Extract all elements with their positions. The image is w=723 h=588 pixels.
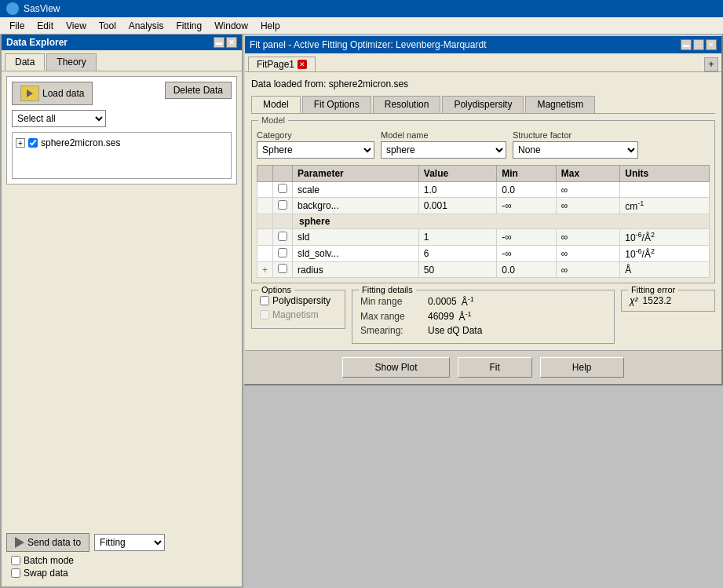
help-button[interactable]: Help bbox=[540, 357, 624, 378]
param-checkbox[interactable] bbox=[278, 264, 287, 273]
th-min: Min bbox=[497, 166, 556, 182]
fit-minimize-btn[interactable]: ▬ bbox=[681, 39, 692, 50]
row-check[interactable] bbox=[273, 198, 293, 214]
th-check bbox=[273, 166, 293, 182]
menu-fitting[interactable]: Fitting bbox=[170, 19, 209, 33]
row-param: backgro... bbox=[293, 198, 419, 214]
table-row: backgro... 0.001 -∞ ∞ cm-1 bbox=[257, 198, 710, 214]
load-btn-label: Load data bbox=[42, 88, 84, 99]
inner-tab-magnetism[interactable]: Magnetism bbox=[525, 96, 595, 113]
smearing-row: Smearing: Use dQ Data bbox=[360, 325, 606, 336]
chi-squared-row: χ² 1523.2 bbox=[630, 295, 707, 306]
polydispersity-checkbox[interactable] bbox=[260, 296, 269, 305]
row-check[interactable] bbox=[273, 246, 293, 262]
row-max: ∞ bbox=[556, 182, 619, 198]
menu-tool[interactable]: Tool bbox=[93, 19, 122, 33]
row-check[interactable] bbox=[273, 262, 293, 278]
row-value[interactable]: 50 bbox=[418, 262, 496, 278]
inner-tab-polydispersity[interactable]: Polydispersity bbox=[442, 96, 524, 113]
select-all-dropdown[interactable]: Select all bbox=[12, 110, 106, 127]
table-row: + radius 50 0.0 ∞ Å bbox=[257, 262, 710, 278]
file-checkbox[interactable] bbox=[28, 138, 38, 148]
row-value[interactable]: 1.0 bbox=[418, 182, 496, 198]
file-item: + sphere2micron.ses bbox=[16, 136, 228, 150]
batch-mode-checkbox[interactable] bbox=[11, 556, 20, 565]
row-expand bbox=[257, 182, 273, 198]
fit-content: Data loaded from: sphere2micron.ses Mode… bbox=[245, 72, 721, 350]
batch-mode-item: Batch mode bbox=[11, 555, 232, 566]
app-title: SasView bbox=[24, 3, 60, 14]
row-value[interactable]: 6 bbox=[418, 246, 496, 262]
menu-view[interactable]: View bbox=[60, 19, 93, 33]
smearing-value: Use dQ Data bbox=[428, 325, 482, 336]
group-name: sphere bbox=[293, 214, 710, 229]
th-max: Max bbox=[556, 166, 619, 182]
row-check[interactable] bbox=[273, 182, 293, 198]
tab-theory[interactable]: Theory bbox=[46, 53, 96, 71]
magnetism-label: Magnetism bbox=[272, 309, 319, 320]
fit-maximize-btn[interactable]: □ bbox=[693, 39, 704, 50]
file-name: sphere2micron.ses bbox=[41, 137, 120, 148]
param-checkbox[interactable] bbox=[278, 232, 287, 241]
fit-title-bar: Fit panel - Active Fitting Optimizer: Le… bbox=[245, 36, 721, 53]
row-max: ∞ bbox=[556, 246, 619, 262]
menu-file[interactable]: File bbox=[3, 19, 31, 33]
row-value[interactable]: 0.001 bbox=[418, 198, 496, 214]
model-name-field: Model name sphere bbox=[381, 130, 506, 159]
category-select[interactable]: Sphere bbox=[257, 141, 374, 159]
magnetism-checkbox[interactable] bbox=[260, 310, 269, 320]
inner-tab-model[interactable]: Model bbox=[251, 96, 301, 113]
row-param: sld bbox=[293, 229, 419, 246]
menu-analysis[interactable]: Analysis bbox=[122, 19, 170, 33]
row-expand[interactable]: + bbox=[257, 262, 273, 278]
row-min: 0.0 bbox=[497, 262, 556, 278]
data-loaded-row: Data loaded from: sphere2micron.ses bbox=[251, 79, 715, 89]
send-btn-label: Send data to bbox=[27, 537, 81, 548]
model-section: Model Category Sphere Model name sphere bbox=[251, 120, 715, 283]
row-units: Å bbox=[620, 262, 710, 278]
load-icon bbox=[20, 86, 39, 101]
panel-close-btn[interactable]: ✕ bbox=[226, 37, 237, 48]
swap-data-checkbox[interactable] bbox=[11, 568, 20, 578]
fit-close-btn[interactable]: ✕ bbox=[706, 39, 717, 50]
tab-add-btn[interactable]: + bbox=[704, 57, 718, 71]
param-checkbox[interactable] bbox=[278, 200, 287, 210]
row-value[interactable]: 1 bbox=[418, 229, 496, 246]
panel-minimize-btn[interactable]: ▬ bbox=[214, 37, 225, 48]
tab-data[interactable]: Data bbox=[5, 53, 45, 71]
model-name-select[interactable]: sphere bbox=[381, 141, 506, 159]
delete-data-button[interactable]: Delete Data bbox=[165, 82, 232, 99]
param-checkbox[interactable] bbox=[278, 184, 287, 193]
fitting-error-legend: Fitting error bbox=[628, 285, 678, 294]
structure-factor-select[interactable]: None bbox=[513, 141, 638, 159]
fitting-select-dropdown[interactable]: Fitting Simulation bbox=[94, 534, 165, 551]
bottom-row: Options Polydispersity Magnetism Fitting… bbox=[251, 290, 715, 344]
send-data-button[interactable]: Send data to bbox=[6, 533, 89, 552]
max-range-value: 46099 bbox=[428, 311, 454, 322]
row-expand bbox=[257, 198, 273, 214]
model-name-label: Model name bbox=[381, 130, 506, 140]
panel-title-bar: Data Explorer ▬ ✕ bbox=[2, 35, 242, 50]
show-plot-button[interactable]: Show Plot bbox=[342, 357, 449, 378]
row-min: -∞ bbox=[497, 229, 556, 246]
fit-window: Fit panel - Active Fitting Optimizer: Le… bbox=[243, 35, 723, 385]
menu-edit[interactable]: Edit bbox=[31, 19, 60, 33]
inner-tab-resolution[interactable]: Resolution bbox=[373, 96, 441, 113]
fitting-details-legend: Fitting details bbox=[359, 285, 416, 294]
load-data-button[interactable]: Load data bbox=[12, 82, 93, 105]
data-group: Load data Delete Data Select all + spher… bbox=[6, 76, 237, 184]
category-label: Category bbox=[257, 130, 374, 140]
polydispersity-label: Polydispersity bbox=[272, 295, 330, 306]
row-min: -∞ bbox=[497, 246, 556, 262]
fit-button[interactable]: Fit bbox=[458, 357, 532, 378]
param-checkbox[interactable] bbox=[278, 248, 287, 257]
inner-tab-fit-options[interactable]: Fit Options bbox=[302, 96, 371, 113]
expand-btn[interactable]: + bbox=[16, 138, 25, 148]
row-check[interactable] bbox=[273, 229, 293, 246]
tab-close-btn[interactable]: ✕ bbox=[298, 60, 307, 69]
fitpage1-tab[interactable]: FitPage1 ✕ bbox=[248, 57, 316, 71]
batch-mode-label: Batch mode bbox=[24, 555, 74, 566]
chi-value: 1523.2 bbox=[643, 295, 672, 306]
menu-help[interactable]: Help bbox=[254, 19, 287, 33]
menu-window[interactable]: Window bbox=[208, 19, 254, 33]
